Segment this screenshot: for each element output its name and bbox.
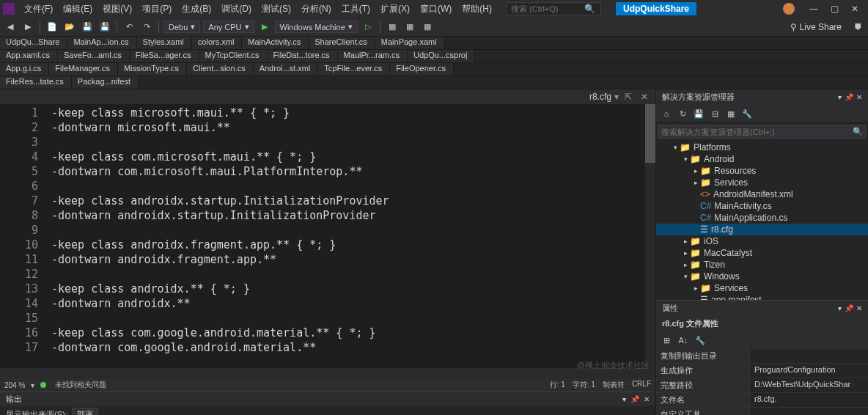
property-value[interactable]: ProguardConfiguration [750, 364, 868, 378]
tree-item[interactable]: ☰app.manifest [656, 294, 868, 300]
document-tab[interactable]: App.g.i.cs [0, 63, 49, 76]
undo-icon[interactable]: ↶ [122, 20, 136, 34]
menu-item[interactable]: 调试(D) [216, 3, 257, 15]
tree-item[interactable]: C#MainActivity.cs [656, 200, 868, 212]
live-share-button[interactable]: ⚲ Live Share [784, 22, 847, 32]
tree-item[interactable]: C#MainApplication.cs [656, 212, 868, 224]
document-tab[interactable]: SaveFo...aml.cs [58, 50, 130, 62]
tree-item[interactable]: ▾📁Android [656, 153, 868, 165]
sync-icon[interactable]: ↻ [675, 106, 690, 121]
tree-item[interactable]: ▸📁Services [656, 177, 868, 188]
document-tab[interactable]: MauiPr...ram.cs [338, 50, 408, 62]
menu-item[interactable]: 项目(P) [137, 3, 177, 15]
document-tab[interactable]: FileDat...tore.cs [268, 50, 338, 62]
nav-fwd-icon[interactable]: ▶ [21, 20, 35, 34]
pin-icon[interactable]: 📌 [630, 395, 639, 403]
properties-icon[interactable]: 🔧 [740, 106, 754, 121]
tool-icon[interactable]: ▦ [420, 20, 435, 34]
menu-item[interactable]: 测试(S) [257, 3, 296, 15]
document-tab[interactable]: MyTcpClient.cs [199, 50, 268, 62]
chevron-right-icon[interactable]: ▸ [681, 249, 690, 257]
menu-item[interactable]: 窗口(W) [415, 3, 457, 15]
minimize-button[interactable]: — [803, 4, 824, 14]
property-row[interactable]: 文件名r8.cfg. [656, 393, 868, 408]
document-tab[interactable]: FileSa...ager.cs [130, 50, 199, 62]
document-tab[interactable]: MainAp...ion.cs [67, 37, 136, 49]
tool-icon[interactable]: ▦ [385, 20, 400, 34]
dropdown-icon[interactable]: ▾ [614, 92, 619, 102]
chevron-down-icon[interactable]: ▾ [681, 273, 690, 280]
document-tab[interactable]: Client...sion.cs [187, 63, 254, 76]
categorize-icon[interactable]: ⊞ [659, 333, 674, 348]
solution-search[interactable]: 🔍 [658, 125, 867, 139]
redo-icon[interactable]: ↷ [139, 20, 154, 34]
property-row[interactable]: 生成操作ProguardConfiguration [656, 364, 868, 378]
chevron-right-icon[interactable]: ▸ [691, 179, 700, 186]
tree-item[interactable]: ☰r8.cfg [656, 224, 868, 235]
search-icon[interactable]: 🔍 [584, 4, 595, 14]
start-debug-icon[interactable]: ▶ [257, 20, 272, 34]
chevron-right-icon[interactable]: ▸ [691, 284, 700, 292]
char-indicator[interactable]: 字符: 1 [573, 380, 595, 390]
pin-icon[interactable]: ⇱ [622, 92, 635, 102]
code-content[interactable]: -keep class microsoft.maui.** { *; }-don… [51, 104, 655, 368]
menu-item[interactable]: 生成(B) [177, 3, 216, 15]
config-combo[interactable]: Debu▾ [163, 21, 200, 33]
chevron-right-icon[interactable]: ▸ [691, 167, 700, 175]
close-icon[interactable]: ✕ [856, 93, 862, 101]
vertical-scrollbar[interactable] [645, 104, 655, 368]
save-icon[interactable]: 💾 [691, 106, 706, 121]
tree-item[interactable]: ▸📁Resources [656, 165, 868, 177]
document-tab[interactable]: Packag...nifest [72, 76, 139, 89]
sort-icon[interactable]: A↓ [676, 333, 691, 348]
save-all-icon[interactable]: 💾 [98, 20, 112, 34]
admin-icon[interactable]: ⛊ [850, 20, 865, 34]
chevron-right-icon[interactable]: ▸ [681, 261, 690, 268]
document-tab[interactable]: App.xaml.cs [0, 50, 58, 62]
indent-indicator[interactable]: 制表符 [603, 380, 625, 390]
document-tab[interactable]: colors.xml [192, 37, 243, 49]
document-tab[interactable]: ShareClient.cs [309, 37, 375, 49]
start-icon[interactable]: ▷ [361, 20, 375, 34]
horizontal-scrollbar[interactable] [0, 368, 655, 378]
menu-item[interactable]: 工具(T) [336, 3, 375, 15]
tree-item[interactable]: ▾📁Windows [656, 271, 868, 282]
menu-item[interactable]: 帮助(H) [457, 3, 497, 15]
properties-grid[interactable]: 复制到输出目录生成操作ProguardConfiguration完整路径D:\W… [656, 349, 868, 415]
document-tab[interactable]: MainActivity.cs [242, 37, 309, 49]
collapse-icon[interactable]: ⊟ [707, 106, 722, 121]
chevron-down-icon[interactable]: ▾ [671, 144, 680, 151]
line-indicator[interactable]: 行: 1 [550, 380, 565, 390]
document-tab[interactable]: MainPage.xaml [375, 37, 445, 49]
eol-indicator[interactable]: CRLF [632, 380, 651, 390]
maximize-button[interactable]: ▢ [824, 4, 845, 14]
menu-item[interactable]: 文件(F) [19, 3, 58, 15]
property-value[interactable]: D:\WebTest\UdpQuickShar [750, 378, 868, 392]
error-status[interactable]: 未找到相关问题 [55, 380, 106, 390]
property-value[interactable] [750, 349, 868, 363]
code-editor[interactable]: 1234567891011121314151617 -keep class mi… [0, 104, 655, 368]
pin-icon[interactable]: 📌 [845, 93, 853, 101]
dropdown-icon[interactable]: ▾ [622, 395, 626, 403]
document-tab[interactable]: MissionType.cs [118, 63, 187, 76]
document-tab[interactable]: UdpQu...Share [0, 37, 67, 49]
save-icon[interactable]: 💾 [80, 20, 95, 34]
show-all-icon[interactable]: ▦ [724, 106, 738, 121]
tool-icon[interactable]: ▦ [402, 20, 417, 34]
document-tab[interactable]: FileManager.cs [49, 63, 118, 76]
wrench-icon[interactable]: 🔧 [693, 333, 707, 348]
dropdown-icon[interactable]: ▾ [838, 93, 842, 101]
document-tab[interactable]: FileRes...tate.cs [0, 76, 72, 89]
tree-item[interactable]: ▸📁Tizen [656, 259, 868, 271]
tree-item[interactable]: ▸📁MacCatalyst [656, 247, 868, 259]
menu-item[interactable]: 编辑(E) [58, 3, 98, 15]
new-item-icon[interactable]: 📄 [45, 20, 59, 34]
output-source-combo[interactable]: 部署 [72, 408, 98, 415]
chevron-down-icon[interactable]: ▾ [681, 155, 690, 163]
property-row[interactable]: 自定义工具 [656, 408, 868, 415]
property-row[interactable]: 复制到输出目录 [656, 349, 868, 364]
close-button[interactable]: ✕ [845, 4, 865, 14]
pin-icon[interactable]: 📌 [845, 304, 853, 312]
property-value[interactable]: r8.cfg. [750, 393, 868, 407]
tree-item[interactable]: ▸📁iOS [656, 235, 868, 247]
